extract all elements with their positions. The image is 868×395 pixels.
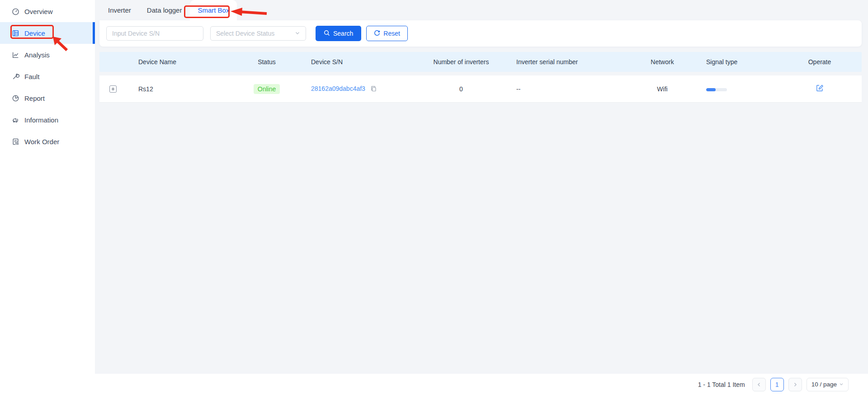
cell-device-sn: 28162a09dabc4af3 bbox=[289, 85, 407, 93]
page-size-value: 10 / page bbox=[811, 381, 837, 388]
col-device-name: Device Name bbox=[127, 58, 244, 66]
device-sn-input[interactable] bbox=[106, 26, 203, 41]
col-operate: Operate bbox=[778, 58, 862, 66]
document-search-icon bbox=[12, 138, 19, 146]
pagination-total: 1 - 1 Total 1 Item bbox=[698, 381, 745, 388]
col-device-sn: Device S/N bbox=[289, 58, 407, 66]
pie-chart-icon bbox=[12, 94, 19, 102]
sidebar-item-analysis[interactable]: Analysis bbox=[0, 44, 95, 66]
expand-cell bbox=[99, 85, 127, 93]
cell-signal-type bbox=[696, 85, 778, 93]
chart-line-icon bbox=[12, 51, 19, 59]
main-content: Inverter Data logger Smart Box Select De… bbox=[95, 0, 868, 374]
chevron-down-icon bbox=[839, 381, 844, 388]
sidebar-item-device[interactable]: Device bbox=[0, 22, 95, 44]
page-number-1[interactable]: 1 bbox=[770, 378, 784, 391]
sidebar-item-report[interactable]: Report bbox=[0, 87, 95, 109]
sidebar-item-label: Analysis bbox=[24, 51, 50, 59]
sidebar-item-label: Fault bbox=[24, 73, 39, 80]
signal-strength-bar bbox=[706, 88, 727, 91]
col-status: Status bbox=[244, 58, 289, 66]
sidebar-item-label: Device bbox=[24, 29, 45, 37]
tab-smart-box[interactable]: Smart Box bbox=[190, 0, 237, 20]
wrench-icon bbox=[12, 73, 19, 80]
tab-inverter[interactable]: Inverter bbox=[108, 0, 131, 20]
copy-icon[interactable] bbox=[371, 86, 377, 93]
reset-button-label: Reset bbox=[383, 30, 400, 37]
sidebar-item-label: Overview bbox=[24, 8, 53, 15]
page-size-select[interactable]: 10 / page bbox=[807, 378, 849, 391]
sidebar-item-label: Information bbox=[24, 116, 58, 124]
search-icon bbox=[324, 30, 330, 38]
sidebar-item-information[interactable]: Information bbox=[0, 109, 95, 131]
cell-inverter-serial: -- bbox=[515, 85, 628, 93]
megaphone-icon bbox=[12, 116, 19, 124]
table-row: Rs12 Online 28162a09dabc4af3 0 -- Wifi bbox=[99, 75, 862, 103]
gauge-icon bbox=[12, 8, 19, 15]
reset-button[interactable]: Reset bbox=[366, 26, 408, 41]
edit-icon[interactable] bbox=[816, 84, 824, 92]
search-button-label: Search bbox=[333, 30, 353, 37]
device-type-tabs: Inverter Data logger Smart Box bbox=[99, 0, 862, 20]
sidebar-item-work-order[interactable]: Work Order bbox=[0, 131, 95, 152]
device-list-icon bbox=[12, 29, 19, 37]
pagination-bar: 1 - 1 Total 1 Item 1 10 / page bbox=[0, 374, 868, 395]
col-signal-type: Signal type bbox=[696, 58, 778, 66]
device-status-select[interactable]: Select Device Status bbox=[210, 26, 306, 41]
next-page-button[interactable] bbox=[788, 378, 802, 391]
sidebar-item-overview[interactable]: Overview bbox=[0, 0, 95, 22]
chevron-down-icon bbox=[295, 30, 300, 37]
device-status-select-placeholder: Select Device Status bbox=[216, 30, 274, 37]
status-badge: Online bbox=[254, 84, 280, 94]
cell-operate bbox=[778, 84, 862, 94]
prev-page-button[interactable] bbox=[752, 378, 766, 391]
device-sn-link[interactable]: 28162a09dabc4af3 bbox=[311, 85, 365, 92]
col-num-inverters: Number of inverters bbox=[407, 58, 515, 66]
sidebar-item-label: Report bbox=[24, 94, 45, 102]
expand-row-button[interactable] bbox=[109, 85, 117, 93]
cell-num-inverters: 0 bbox=[407, 85, 515, 93]
signal-strength-fill bbox=[706, 88, 716, 91]
refresh-icon bbox=[374, 30, 380, 38]
filter-bar: Select Device Status Search bbox=[99, 20, 862, 47]
sidebar-item-fault[interactable]: Fault bbox=[0, 66, 95, 87]
table-header: Device Name Status Device S/N Number of … bbox=[99, 52, 862, 72]
cell-status: Online bbox=[244, 84, 289, 94]
search-button[interactable]: Search bbox=[316, 26, 361, 41]
app-window: Overview Device Analysis bbox=[0, 0, 868, 395]
cell-network: Wifi bbox=[628, 85, 696, 93]
col-inverter-serial: Inverter serial number bbox=[515, 58, 628, 66]
cell-device-name: Rs12 bbox=[127, 85, 244, 93]
col-network: Network bbox=[628, 58, 696, 66]
tab-data-logger[interactable]: Data logger bbox=[147, 0, 182, 20]
sidebar: Overview Device Analysis bbox=[0, 0, 95, 374]
sidebar-item-label: Work Order bbox=[24, 138, 59, 146]
